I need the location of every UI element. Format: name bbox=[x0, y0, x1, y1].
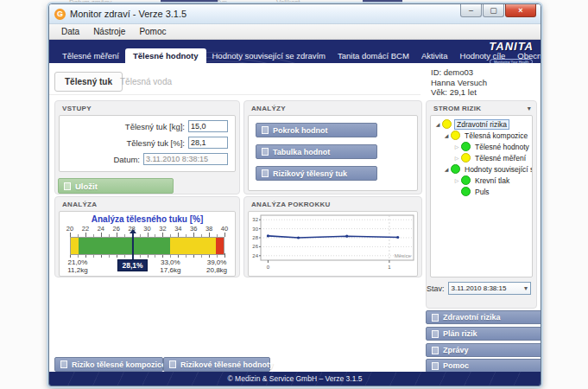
risk-status-icon bbox=[442, 119, 452, 129]
tab-obecne[interactable]: Obecné bbox=[511, 48, 541, 63]
panel-title: ANALÝZA bbox=[55, 197, 239, 210]
button-label: Rizikový tělesný tuk bbox=[273, 169, 347, 178]
button-icon bbox=[262, 126, 269, 134]
button-label: Plán rizik bbox=[443, 329, 477, 338]
tree-item-puls[interactable]: Puls bbox=[433, 186, 530, 197]
gauge-tick-label: 20 bbox=[66, 225, 73, 233]
tree-item-label: Zdravotní rizika bbox=[454, 119, 509, 130]
tree-item-krevni-tlak[interactable]: ▷ Krevní tlak bbox=[433, 175, 530, 186]
field-label: Tělesný tuk [%]: bbox=[126, 138, 185, 148]
tree-item-label: Tělesné hodnoty bbox=[473, 143, 531, 151]
gauge-tick-label: 32 bbox=[159, 225, 166, 233]
vstupy-form: Tělesný tuk [kg]: Tělesný tuk [%]: Datum… bbox=[59, 115, 236, 172]
window-title: Monitor zdraví - Verze 3.1.5 bbox=[70, 9, 187, 19]
app-icon: G bbox=[54, 9, 66, 20]
title-bar[interactable]: G Monitor zdraví - Verze 3.1.5 – ▢ × bbox=[49, 4, 541, 24]
gauge-segment bbox=[170, 238, 216, 254]
field-label: Datum: bbox=[113, 155, 140, 164]
gauge-tick-label: 24 bbox=[98, 225, 104, 233]
tab-hodnoty-zdravi[interactable]: Hodnoty související se zdravím bbox=[206, 48, 332, 63]
tab-telesne-mereni[interactable]: Tělesné měření bbox=[56, 48, 125, 63]
button-label: Pokrok hodnot bbox=[273, 126, 328, 135]
svg-text:0: 0 bbox=[267, 265, 270, 270]
risk-status-icon bbox=[461, 187, 471, 196]
tree-expander-icon[interactable]: ◢ bbox=[443, 132, 450, 138]
gauge-tick-label: 34 bbox=[174, 225, 181, 233]
button-icon bbox=[432, 347, 439, 354]
gauge-threshold-label: 33,0%17,6kg bbox=[160, 259, 180, 274]
panel-strom-rizik: STROM RIZIK ▾ ◢ Zdravotní rizika ◢ T bbox=[426, 100, 537, 309]
panel-title: VSTUPY bbox=[55, 101, 239, 114]
content-area: Tělesný tuk Tělesná voda ID: demo03 Hann… bbox=[49, 63, 541, 372]
stav-value: 3.11.2010 8:38:15 bbox=[452, 284, 507, 292]
tree-item-telesne-mereni[interactable]: ▷ Tělesné měření bbox=[433, 152, 530, 163]
pokrok-hodnot-button[interactable]: Pokrok hodnot bbox=[256, 123, 377, 137]
tree-item-telesna-kompozice[interactable]: ◢ Tělesná kompozice bbox=[433, 130, 530, 141]
body-fat-gauge: 202224262830323436384021,0%11,2kg33,0%17… bbox=[70, 225, 224, 273]
button-icon bbox=[432, 314, 439, 322]
menu-pomoc[interactable]: Pomoc bbox=[132, 27, 173, 36]
maximize-button[interactable]: ▢ bbox=[483, 4, 504, 17]
body-fat-kg-input[interactable] bbox=[188, 120, 228, 132]
risk-status-icon bbox=[451, 164, 460, 174]
gauge-tick-label: 36 bbox=[190, 225, 197, 233]
brand-banner: TANITA Monitoring Your Health Tělesné mě… bbox=[49, 40, 541, 63]
rizikove-telesne-hodnoty-button[interactable]: Rizikové tělesné hodnoty bbox=[163, 357, 270, 372]
menu-nastroje[interactable]: Nástroje bbox=[86, 27, 132, 36]
button-label: Rizikové tělesné hodnoty bbox=[180, 360, 274, 369]
plan-rizik-button[interactable]: Plán rizik bbox=[426, 327, 541, 341]
tree-item-label: Krevní tlak bbox=[473, 176, 511, 185]
tree-item-label: Puls bbox=[473, 188, 491, 196]
tab-telesne-hodnoty[interactable]: Tělesné hodnoty bbox=[125, 48, 205, 63]
button-label: Riziko tělesné kompozice bbox=[72, 360, 166, 369]
close-button[interactable]: × bbox=[505, 4, 536, 17]
svg-text:Měsíce: Měsíce bbox=[395, 253, 412, 258]
rizikovy-telesny-tuk-button[interactable]: Rizikový tělesný tuk bbox=[256, 166, 377, 181]
minimize-button[interactable]: – bbox=[460, 4, 482, 17]
tree-item-label: Tělesná kompozice bbox=[463, 131, 529, 140]
button-icon bbox=[262, 169, 269, 177]
tab-hodnoty-cile[interactable]: Hodnoty cíle bbox=[454, 48, 512, 63]
collapse-panel-icon[interactable]: ▾ bbox=[528, 105, 531, 112]
panel-pokrok: ANALÝZA POKROKKU 242628303201Měsíce bbox=[243, 196, 422, 277]
tree-expander-icon[interactable]: ◢ bbox=[443, 166, 450, 172]
progress-line-chart: 242628303201Měsíce bbox=[249, 212, 417, 274]
tree-expander-icon[interactable]: ▷ bbox=[453, 177, 460, 183]
svg-text:28: 28 bbox=[252, 235, 258, 240]
subtab-telesna-voda[interactable]: Tělesná voda bbox=[111, 72, 180, 92]
stav-dropdown[interactable]: 3.11.2010 8:38:15 ▾ bbox=[448, 282, 531, 295]
svg-text:32: 32 bbox=[252, 217, 258, 222]
tab-tanita-bcm[interactable]: Tanita domácí BCM bbox=[332, 48, 415, 63]
tree-item-telesne-hodnoty[interactable]: ▷ Tělesné hodnoty bbox=[433, 141, 530, 152]
menu-data[interactable]: Data bbox=[54, 27, 86, 36]
zpravy-button[interactable]: Zprávy bbox=[426, 343, 541, 357]
main-tabs: Tělesné měření Tělesné hodnoty Hodnoty s… bbox=[56, 48, 541, 63]
footer-text: © Medizin & Service GmbH – Verze 3.1.5 bbox=[227, 374, 362, 383]
patient-id: ID: demo03 bbox=[431, 67, 487, 78]
tree-expander-icon[interactable]: ◢ bbox=[434, 121, 441, 127]
button-icon bbox=[432, 362, 439, 370]
date-input[interactable] bbox=[143, 153, 228, 165]
tree-item-hodnoty-zdravi[interactable]: ◢ Hodnoty související se zdravím bbox=[433, 163, 530, 175]
tree-expander-icon[interactable]: ▷ bbox=[453, 143, 460, 150]
riziko-telesne-kompozice-button[interactable]: Riziko tělesné kompozice bbox=[54, 357, 163, 372]
app-window: G Monitor zdraví - Verze 3.1.5 – ▢ × Dat… bbox=[48, 3, 541, 386]
tabulka-hodnot-button[interactable]: Tabulka hodnot bbox=[256, 144, 377, 159]
risk-status-icon bbox=[461, 142, 471, 151]
tree-item-zdravotni-rizika[interactable]: ◢ Zdravotní rizika bbox=[433, 118, 530, 130]
svg-text:26: 26 bbox=[252, 244, 258, 249]
panel-title: ANALÝZA POKROKKU bbox=[244, 197, 421, 210]
dropdown-icon: ▾ bbox=[524, 284, 528, 292]
menu-bar: Data Nástroje Pomoc bbox=[49, 24, 541, 40]
pomoc-button[interactable]: Pomoc bbox=[426, 359, 541, 373]
risk-tree: ◢ Zdravotní rizika ◢ Tělesná kompozice ▷ bbox=[431, 116, 532, 200]
save-button[interactable]: Uložit bbox=[58, 178, 174, 194]
zdravotni-rizika-button[interactable]: Zdravotní rizika bbox=[426, 310, 541, 324]
risk-status-icon bbox=[451, 131, 460, 140]
button-icon bbox=[432, 330, 439, 338]
gauge-tick-label: 38 bbox=[205, 225, 212, 233]
patient-info: ID: demo03 Hanna Versuch Věk: 29,1 let bbox=[431, 67, 487, 98]
tab-aktivita[interactable]: Aktivita bbox=[415, 48, 454, 63]
tree-expander-icon[interactable]: ▷ bbox=[453, 155, 460, 161]
body-fat-pct-input[interactable] bbox=[188, 137, 228, 149]
